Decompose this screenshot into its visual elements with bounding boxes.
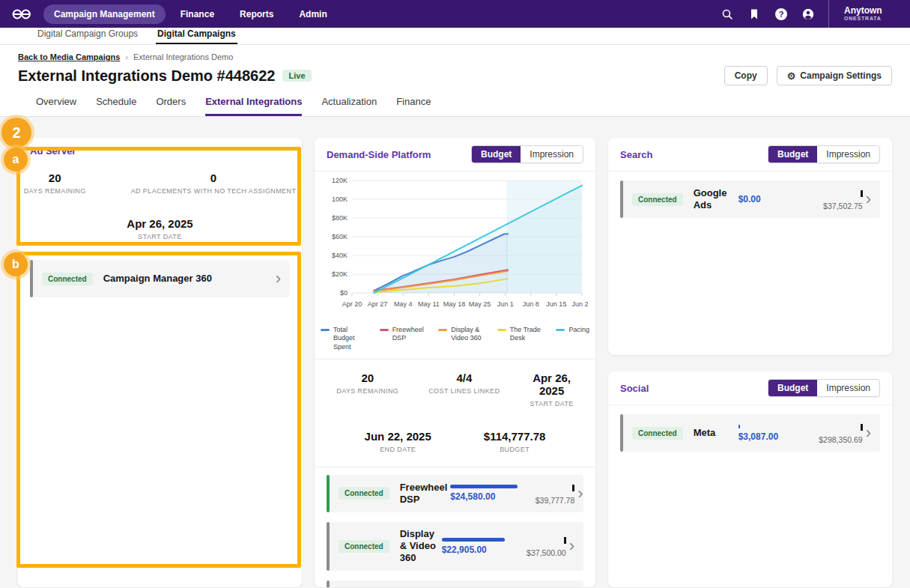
target-amount: $37,502.75 [803, 201, 863, 210]
svg-text:May 25: May 25 [469, 300, 491, 308]
secondary-nav: Digital Campaign GroupsDigital Campaigns [0, 28, 910, 45]
legend-label: The Trade Desk [510, 326, 545, 343]
help-icon[interactable]: ? [771, 4, 791, 24]
target-column: $37,502.75 [803, 188, 863, 210]
impression-toggle-button[interactable]: Impression [817, 380, 879, 396]
legend-swatch [321, 329, 330, 331]
spent-column: $0.00 [738, 194, 797, 204]
platform-name: The Trade Desk [400, 587, 439, 588]
spent-amount: $0.00 [738, 194, 797, 204]
svg-text:$20K: $20K [332, 270, 348, 278]
legend-label: Total Budget Spent [333, 326, 368, 351]
legend-label: Display & Video 360 [451, 326, 485, 343]
connected-status-badge: Connected [632, 193, 683, 206]
budget-toggle-button[interactable]: Budget [768, 146, 817, 163]
search-rows: ConnectedGoogle Ads$0.00$37,502.75› [608, 178, 892, 231]
platform-name: Google Ads [694, 187, 735, 212]
nav-item-admin[interactable]: Admin [288, 4, 337, 24]
spent-amount: $3,087.00 [738, 431, 797, 442]
chevron-right-icon: › [863, 191, 874, 207]
legend-swatch [438, 329, 447, 331]
integration-row[interactable]: ConnectedThe Trade Desk$15,108.00$37,500… [327, 581, 583, 588]
platform-name: Display & Video 360 [400, 528, 439, 565]
budget-toggle-button[interactable]: Budget [768, 380, 817, 396]
dsp-title: Demand-Side Platform [327, 149, 431, 160]
stat-value: 4/4 [428, 372, 500, 384]
tab-actualization[interactable]: Actualization [321, 96, 377, 116]
chart-legend: Total Budget SpentFreewheel DSPDisplay &… [315, 324, 595, 359]
svg-text:Apr 27: Apr 27 [368, 300, 388, 308]
chevron-right-icon: › [863, 425, 874, 441]
social-panel: Social Budget Impression ConnectedMeta$3… [608, 372, 892, 587]
integration-row[interactable]: ConnectedGoogle Ads$0.00$37,502.75› [620, 181, 880, 218]
nav-item-campaign-management[interactable]: Campaign Management [43, 4, 166, 24]
nav-item-finance[interactable]: Finance [170, 4, 225, 24]
impression-toggle-button[interactable]: Impression [521, 146, 583, 163]
svg-text:Jun 22: Jun 22 [571, 300, 588, 308]
progress-bar [738, 425, 740, 428]
dsp-budget-impression-toggle: Budget Impression [471, 145, 583, 163]
social-budget-impression-toggle: Budget Impression [768, 379, 880, 397]
nav-item-reports[interactable]: Reports [229, 4, 284, 24]
stat-value: Apr 26, 2025 [127, 217, 192, 230]
bookmark-icon[interactable] [744, 4, 764, 24]
stat-value: Apr 26, 2025 [530, 372, 573, 397]
account-org: ONESTRATA [844, 16, 895, 22]
legend-item: The Trade Desk [497, 326, 545, 343]
tab-orders[interactable]: Orders [156, 96, 186, 116]
svg-text:$40K: $40K [332, 252, 348, 259]
nav-divider [828, 0, 829, 28]
svg-text:$80K: $80K [332, 214, 348, 222]
integration-row[interactable]: ConnectedFreewheel DSP$24,580.00$39,777.… [327, 475, 583, 512]
chevron-right-icon: › [273, 270, 284, 287]
legend-item: Display & Video 360 [438, 326, 485, 343]
legend-swatch [497, 329, 506, 331]
main-content: Ad Server 20DAYS REMAINING0AD PLACEMENTS… [0, 117, 910, 588]
tab-schedule[interactable]: Schedule [96, 96, 136, 116]
profile-icon[interactable] [798, 4, 818, 24]
target-amount: $37,500.00 [517, 548, 566, 557]
divider [315, 467, 595, 467]
connected-status-badge: Connected [339, 540, 389, 553]
tab-finance[interactable]: Finance [396, 96, 431, 116]
social-rows: ConnectedMeta$3,087.00$298,350.69› [608, 411, 892, 464]
brand-logo-icon [10, 8, 33, 20]
copy-button[interactable]: Copy [724, 66, 768, 85]
spent-column: $22,905.00 [442, 538, 511, 555]
search-icon[interactable] [718, 4, 737, 24]
right-column: Search Budget Impression ConnectedGoogle… [608, 138, 892, 587]
tab-overview[interactable]: Overview [36, 96, 76, 116]
campaign-settings-button[interactable]: ⚙ Campaign Settings [777, 66, 892, 85]
stat: $114,777.78BUDGET [469, 430, 561, 453]
platform-name: Campaign Manager 360 [103, 273, 273, 285]
brand-logo[interactable] [10, 8, 36, 20]
integration-row[interactable]: ConnectedCampaign Manager 360› [30, 260, 290, 297]
subnav-item-digital-campaigns[interactable]: Digital Campaigns [156, 26, 237, 44]
integration-row[interactable]: ConnectedMeta$3,087.00$298,350.69› [620, 414, 880, 452]
stat-label: COST LINES LINKED [428, 387, 500, 395]
breadcrumb-back-link[interactable]: Back to Media Campaigns [18, 52, 120, 61]
stat-label: START DATE [127, 233, 192, 240]
connected-status-badge: Connected [339, 487, 389, 500]
target-amount: $39,777.78 [525, 496, 574, 505]
target-column: $298,350.69 [803, 422, 863, 444]
svg-text:$60K: $60K [332, 233, 348, 240]
integration-row[interactable]: ConnectedDisplay & Video 360$22,905.00$3… [327, 522, 583, 571]
dsp-stats: 20DAYS REMAINING4/4COST LINES LINKEDApr … [315, 364, 595, 456]
connected-status-badge: Connected [42, 273, 93, 285]
gear-icon: ⚙ [787, 71, 796, 81]
divider [315, 359, 595, 360]
progress-bar [442, 538, 505, 542]
stat-label: DAYS REMAINING [336, 387, 398, 395]
connected-status-badge: Connected [632, 427, 683, 440]
search-title: Search [620, 149, 652, 160]
account-switcher[interactable]: Anytown ONESTRATA [840, 6, 900, 22]
budget-toggle-button[interactable]: Budget [472, 146, 521, 163]
stat-label: START DATE [530, 400, 573, 407]
row-accent-bar [327, 522, 330, 571]
subnav-item-digital-campaign-groups[interactable]: Digital Campaign Groups [36, 26, 139, 44]
stat: 4/4COST LINES LINKED [413, 372, 515, 407]
svg-text:120K: 120K [332, 177, 348, 184]
tab-external-integrations[interactable]: External Integrations [205, 96, 302, 116]
impression-toggle-button[interactable]: Impression [817, 146, 879, 163]
